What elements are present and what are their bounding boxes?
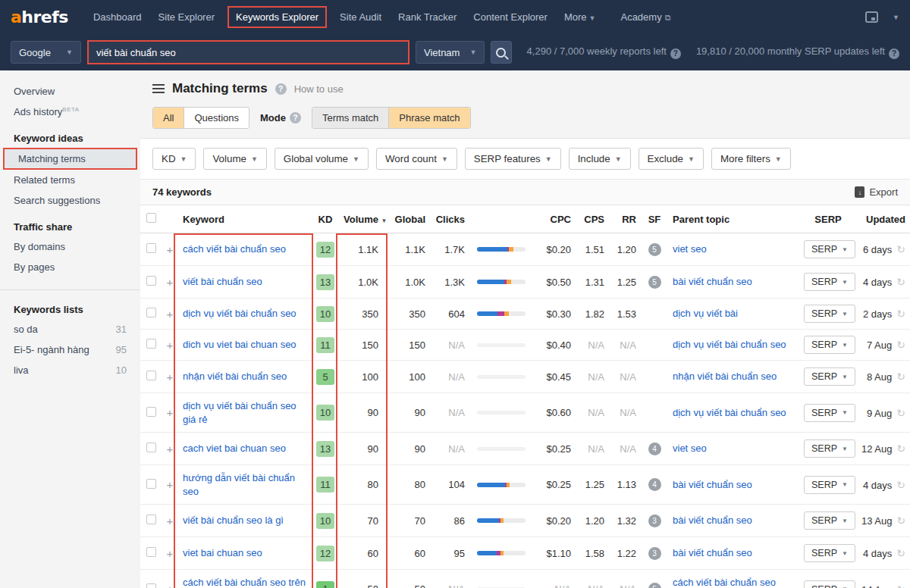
refresh-icon[interactable]: ↻ bbox=[896, 371, 905, 383]
help-icon[interactable]: ? bbox=[290, 112, 301, 124]
parent-topic-link[interactable]: dịch vụ viết bài chuẩn seo bbox=[673, 338, 786, 352]
parent-topic-link[interactable]: bài viết chuẩn seo bbox=[673, 514, 752, 527]
nav-site-explorer[interactable]: Site Explorer bbox=[158, 11, 215, 23]
row-checkbox[interactable] bbox=[146, 371, 156, 380]
filter-button-include[interactable]: Include▼ bbox=[569, 148, 631, 170]
keyword-link[interactable]: nhận viết bài chuẩn seo bbox=[183, 370, 287, 383]
parent-topic-link[interactable]: cách viết bài chuẩn seo trên facebook bbox=[673, 576, 795, 588]
parent-topic-link[interactable]: bài viết chuẩn seo bbox=[673, 546, 752, 560]
how-to-use-link[interactable]: How to use bbox=[294, 83, 344, 95]
refresh-icon[interactable]: ↻ bbox=[896, 339, 905, 351]
row-checkbox[interactable] bbox=[146, 547, 156, 557]
filter-button-volume[interactable]: Volume▼ bbox=[203, 148, 266, 170]
add-to-list-icon[interactable]: + bbox=[167, 514, 174, 527]
serp-button[interactable]: SERP▼ bbox=[804, 240, 855, 258]
sidebar-item-search-suggestions[interactable]: Search suggestions bbox=[0, 190, 140, 211]
help-icon[interactable]: ? bbox=[275, 83, 287, 95]
column-header-clicks[interactable]: Clicks bbox=[430, 205, 469, 233]
sidebar-item-overview[interactable]: Overview bbox=[0, 81, 140, 102]
parent-topic-link[interactable]: dịch vụ viết bài chuẩn seo bbox=[673, 406, 786, 420]
sidebar-list-ei5-nganh-hang[interactable]: Ei-5- ngành hàng95 bbox=[0, 339, 140, 360]
keyword-link[interactable]: hướng dẫn viết bài chuẩn seo bbox=[183, 471, 307, 498]
add-to-list-icon[interactable]: + bbox=[167, 406, 174, 419]
serp-button[interactable]: SERP▼ bbox=[804, 511, 855, 530]
row-checkbox[interactable] bbox=[146, 479, 156, 489]
keyword-link[interactable]: dịch vụ viết bài chuẩn seo giá rẻ bbox=[183, 399, 307, 426]
filter-button-kd[interactable]: KD▼ bbox=[152, 148, 196, 170]
nav-content-explorer[interactable]: Content Explorer bbox=[473, 11, 548, 23]
serp-button[interactable]: SERP▼ bbox=[804, 305, 855, 323]
filter-button-global-volume[interactable]: Global volume▼ bbox=[275, 148, 369, 170]
sidebar-item-matching-terms[interactable]: Matching terms bbox=[3, 148, 137, 170]
column-header-updated[interactable]: Updated bbox=[857, 205, 910, 233]
row-checkbox[interactable] bbox=[146, 243, 156, 253]
app-window-icon[interactable] bbox=[865, 11, 878, 23]
add-to-list-icon[interactable]: + bbox=[167, 308, 174, 321]
column-header-kd[interactable]: KD bbox=[312, 205, 339, 233]
sidebar-list-liva[interactable]: liva10 bbox=[0, 360, 140, 380]
nav-site-audit[interactable]: Site Audit bbox=[340, 11, 381, 23]
tab-all[interactable]: All bbox=[153, 108, 184, 128]
refresh-icon[interactable]: ↻ bbox=[896, 308, 905, 320]
refresh-icon[interactable]: ↻ bbox=[897, 514, 906, 527]
add-to-list-icon[interactable]: + bbox=[167, 583, 174, 588]
ahrefs-logo[interactable]: ahrefs bbox=[11, 8, 68, 27]
add-to-list-icon[interactable]: + bbox=[167, 276, 174, 289]
refresh-icon[interactable]: ↻ bbox=[897, 583, 906, 588]
row-checkbox[interactable] bbox=[146, 276, 156, 286]
column-header-parent[interactable]: Parent topic bbox=[668, 205, 799, 233]
sidebar-item-ads-history[interactable]: Ads historyBETA bbox=[0, 102, 140, 122]
keyword-link[interactable]: viết bài chuẩn seo là gì bbox=[183, 514, 284, 527]
row-checkbox[interactable] bbox=[146, 514, 156, 524]
add-to-list-icon[interactable]: + bbox=[167, 547, 174, 560]
parent-topic-link[interactable]: viet seo bbox=[673, 442, 707, 455]
refresh-icon[interactable]: ↻ bbox=[897, 443, 906, 455]
add-to-list-icon[interactable]: + bbox=[167, 339, 174, 352]
refresh-icon[interactable]: ↻ bbox=[896, 547, 905, 559]
nav-dashboard[interactable]: Dashboard bbox=[93, 11, 142, 23]
account-chevron-down-icon[interactable]: ▼ bbox=[893, 14, 899, 21]
search-button[interactable] bbox=[491, 41, 511, 64]
column-header-sf[interactable]: SF bbox=[641, 205, 668, 233]
add-to-list-icon[interactable]: + bbox=[167, 243, 174, 256]
serp-button[interactable]: SERP▼ bbox=[804, 544, 855, 562]
nav-rank-tracker[interactable]: Rank Tracker bbox=[398, 11, 457, 23]
column-header-cpc[interactable]: CPC bbox=[533, 205, 576, 233]
refresh-icon[interactable]: ↻ bbox=[896, 276, 905, 288]
keyword-link[interactable]: cách viết bài chuẩn seo trên facebook bbox=[183, 576, 307, 588]
filter-button-exclude[interactable]: Exclude▼ bbox=[639, 148, 704, 170]
parent-topic-link[interactable]: bài viết chuẩn seo bbox=[673, 275, 752, 289]
keyword-link[interactable]: cách viết bài chuẩn seo bbox=[183, 242, 286, 256]
column-header-kw[interactable]: Keyword bbox=[178, 205, 312, 233]
serp-button[interactable]: SERP▼ bbox=[804, 476, 855, 494]
row-checkbox[interactable] bbox=[146, 443, 156, 452]
sidebar-item-by-domains[interactable]: By domains bbox=[0, 236, 140, 257]
add-to-list-icon[interactable]: + bbox=[167, 478, 174, 491]
add-to-list-icon[interactable]: + bbox=[167, 443, 174, 455]
export-button[interactable]: ↓Export bbox=[855, 186, 898, 198]
column-header-rr[interactable]: RR bbox=[609, 205, 641, 233]
help-icon[interactable]: ? bbox=[889, 48, 899, 59]
keyword-link[interactable]: dich vu viet bai chuan seo bbox=[183, 338, 297, 352]
tab-phrase-match[interactable]: Phrase match bbox=[389, 108, 469, 128]
keyword-link[interactable]: cach viet bai chuan seo bbox=[183, 442, 286, 455]
serp-button[interactable]: SERP▼ bbox=[804, 336, 855, 354]
column-header-cps[interactable]: CPS bbox=[576, 205, 609, 233]
keyword-link[interactable]: viet bai chuan seo bbox=[183, 546, 262, 560]
serp-button[interactable]: SERP▼ bbox=[804, 273, 855, 291]
keyword-search-input[interactable]: viết bài chuẩn seo bbox=[87, 40, 410, 64]
sidebar-item-by-pages[interactable]: By pages bbox=[0, 257, 140, 277]
row-checkbox[interactable] bbox=[146, 339, 156, 349]
row-checkbox[interactable] bbox=[146, 407, 156, 417]
filter-button-word-count[interactable]: Word count▼ bbox=[376, 148, 457, 170]
sidebar-list-so-da[interactable]: so da31 bbox=[0, 319, 140, 339]
country-dropdown[interactable]: Vietnam▼ bbox=[416, 41, 485, 64]
help-icon[interactable]: ? bbox=[670, 48, 681, 59]
nav-more[interactable]: More▼ bbox=[564, 11, 596, 23]
parent-topic-link[interactable]: nhận viết bài chuẩn seo bbox=[673, 370, 777, 383]
nav-academy[interactable]: Academy⧉ bbox=[620, 11, 670, 23]
menu-icon[interactable] bbox=[152, 82, 165, 95]
column-header-volume[interactable]: Volume ▼ bbox=[339, 205, 389, 233]
keyword-link[interactable]: dịch vụ viết bài chuẩn seo bbox=[183, 307, 297, 321]
tab-terms-match[interactable]: Terms match bbox=[312, 108, 389, 128]
